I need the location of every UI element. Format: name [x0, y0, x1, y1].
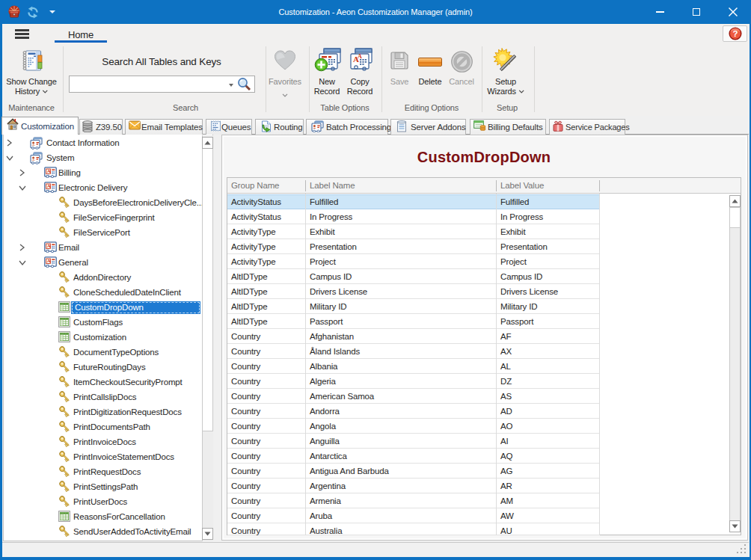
- svg-text:A: A: [47, 258, 51, 264]
- svg-text:A: A: [47, 243, 51, 249]
- svg-text:A: A: [47, 168, 51, 174]
- svg-text:A: A: [358, 53, 362, 60]
- svg-text:A: A: [47, 183, 51, 189]
- svg-text:?: ?: [733, 29, 738, 38]
